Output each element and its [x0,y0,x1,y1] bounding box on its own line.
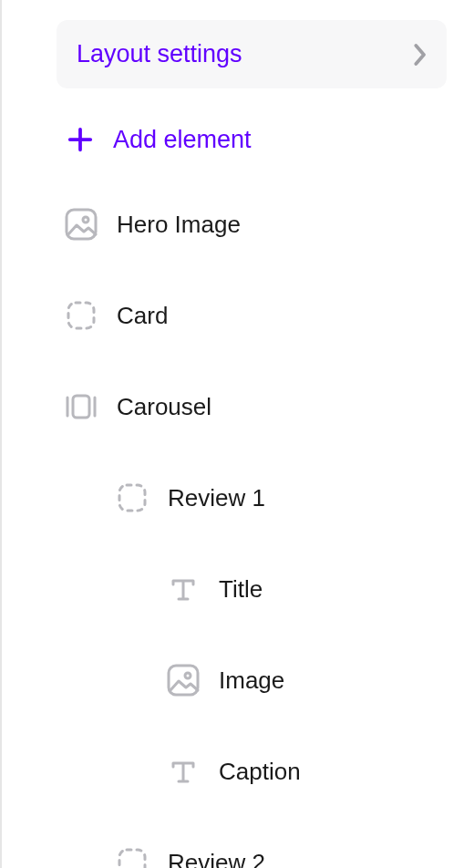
layout-settings-header[interactable]: Layout settings [57,20,447,88]
tree-item-review-2[interactable]: Review 2 [108,838,447,868]
tree-item-review-1[interactable]: Review 1 [108,473,447,522]
tree-item-caption[interactable]: Caption [159,747,447,796]
tree-item-label: Review 2 [168,849,265,869]
image-icon [64,207,98,242]
add-element-label: Add element [113,126,252,154]
svg-rect-4 [73,396,89,418]
svg-point-8 [185,673,191,678]
svg-rect-6 [119,485,145,511]
svg-rect-7 [169,666,198,695]
svg-point-1 [83,217,88,222]
tree-item-title[interactable]: Title [159,564,447,614]
svg-rect-2 [68,303,94,328]
tree-item-image[interactable]: Image [159,656,447,705]
tree-item-label: Title [219,575,263,604]
add-element-button[interactable]: Add element [57,114,447,165]
layout-settings-title: Layout settings [77,40,242,68]
tree-item-label: Carousel [117,393,211,421]
layout-panel: Layout settings Add element Hero Image [2,0,474,868]
svg-rect-9 [119,850,145,868]
tree-item-hero-image[interactable]: Hero Image [57,200,447,249]
chevron-right-icon [414,44,427,66]
text-icon [166,572,201,606]
plus-icon [64,123,97,156]
element-tree: Hero Image Card Carousel [57,200,447,868]
image-icon [166,663,201,698]
tree-item-carousel[interactable]: Carousel [57,382,447,431]
tree-item-label: Image [219,666,284,695]
placeholder-icon [115,845,149,868]
tree-item-label: Card [117,302,168,330]
placeholder-icon [115,480,149,515]
placeholder-icon [64,298,98,333]
text-icon [166,754,201,789]
carousel-icon [64,389,98,424]
tree-item-label: Caption [219,758,301,786]
tree-item-label: Hero Image [117,211,241,239]
tree-item-label: Review 1 [168,484,265,512]
svg-rect-0 [67,210,96,239]
tree-item-card[interactable]: Card [57,291,447,340]
